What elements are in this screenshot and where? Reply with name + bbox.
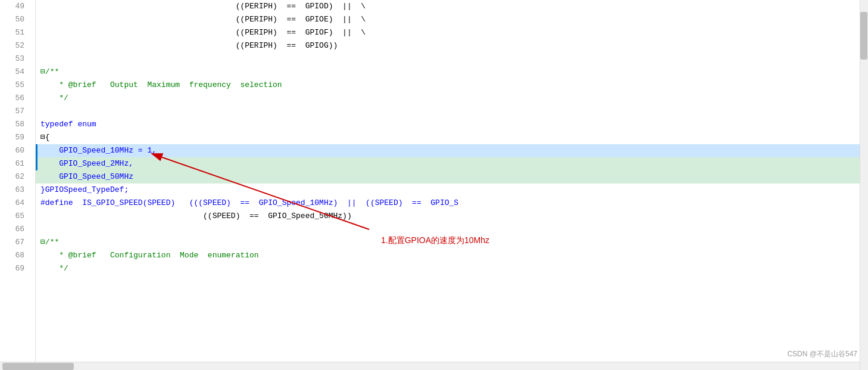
code-line: ((PERIPH) == GPIOF) || \ xyxy=(36,26,868,39)
line-number: 54 xyxy=(0,66,29,79)
line-number: 51 xyxy=(0,26,29,39)
scrollbar-thumb-v[interactable] xyxy=(860,12,867,60)
code-line: #define IS_GPIO_SPEED(SPEED) (((SPEED) =… xyxy=(36,197,868,210)
line-number: 64 xyxy=(0,197,29,210)
code-line: GPIO_Speed_2MHz, xyxy=(36,157,868,170)
code-line: ((PERIPH) == GPIOD) || \ xyxy=(36,0,868,13)
code-area[interactable]: ((PERIPH) == GPIOD) || \ ((PERIPH) == GP… xyxy=(36,0,868,370)
code-line: typedef enum xyxy=(36,118,868,131)
line-number: 58 xyxy=(0,118,29,131)
line-number: 55 xyxy=(0,79,29,92)
code-line: ⊟/** xyxy=(36,236,868,249)
line-number: 49 xyxy=(0,0,29,13)
code-line: GPIO_Speed_50MHz xyxy=(36,170,868,184)
line-numbers: 4950515253545556575859606162636465666768… xyxy=(0,0,36,370)
watermark: CSDN @不是山谷547 xyxy=(787,349,857,359)
code-line: GPIO_Speed_10MHz = 1, xyxy=(36,144,868,157)
editor-container: 4950515253545556575859606162636465666768… xyxy=(0,0,868,370)
line-number: 50 xyxy=(0,13,29,26)
selection-indicator xyxy=(36,144,38,170)
scrollbar-thumb-h[interactable] xyxy=(2,363,74,370)
code-line: ((PERIPH) == GPIOG)) xyxy=(36,39,868,52)
line-number: 56 xyxy=(0,92,29,105)
code-line xyxy=(36,105,868,118)
code-line: * @brief Configuration Mode enumeration xyxy=(36,249,868,262)
line-number: 62 xyxy=(0,170,29,184)
code-line xyxy=(36,223,868,236)
line-number: 60 xyxy=(0,144,29,157)
scrollbar-horizontal[interactable] xyxy=(0,362,860,370)
code-line: * @brief Output Maximum frequency select… xyxy=(36,79,868,92)
line-number: 52 xyxy=(0,39,29,52)
line-number: 68 xyxy=(0,249,29,262)
line-number: 66 xyxy=(0,223,29,236)
code-line: */ xyxy=(36,262,868,275)
code-line: ((SPEED) == GPIO_Speed_50MHz)) xyxy=(36,210,868,223)
code-line: ⊟/** xyxy=(36,66,868,79)
line-number: 65 xyxy=(0,210,29,223)
line-number: 69 xyxy=(0,262,29,275)
code-line: }GPIOSpeed_TypeDef; xyxy=(36,184,868,197)
code-line: */ xyxy=(36,92,868,105)
line-number: 67 xyxy=(0,236,29,249)
line-number: 53 xyxy=(0,52,29,66)
line-number: 57 xyxy=(0,105,29,118)
code-line: ((PERIPH) == GPIOE) || \ xyxy=(36,13,868,26)
line-number: 63 xyxy=(0,184,29,197)
code-line xyxy=(36,52,868,66)
line-number: 61 xyxy=(0,157,29,170)
scrollbar-vertical[interactable] xyxy=(860,0,868,370)
line-number: 59 xyxy=(0,131,29,144)
code-line: ⊟{ xyxy=(36,131,868,144)
